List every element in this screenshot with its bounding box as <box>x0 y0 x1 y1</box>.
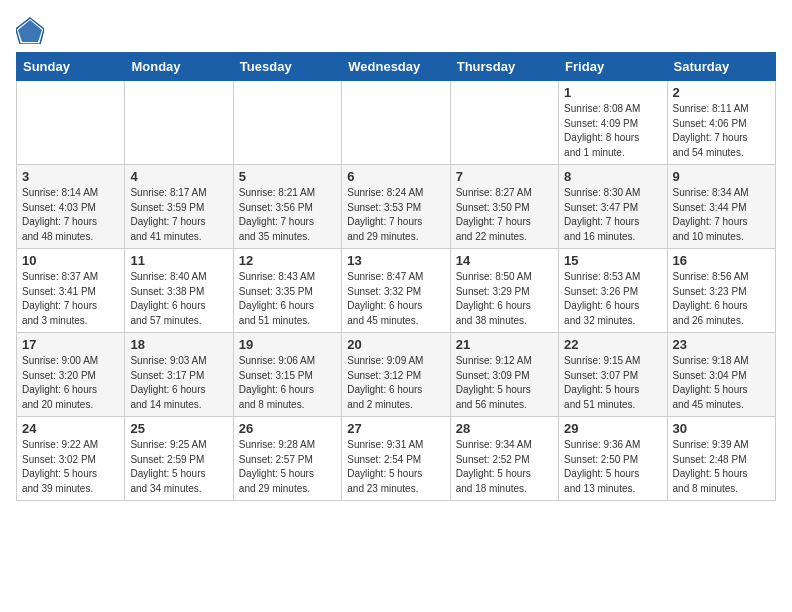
calendar-week-row: 17Sunrise: 9:00 AM Sunset: 3:20 PM Dayli… <box>17 333 776 417</box>
day-info: Sunrise: 9:09 AM Sunset: 3:12 PM Dayligh… <box>347 354 444 412</box>
day-number: 11 <box>130 253 227 268</box>
calendar-cell: 27Sunrise: 9:31 AM Sunset: 2:54 PM Dayli… <box>342 417 450 501</box>
calendar-cell: 14Sunrise: 8:50 AM Sunset: 3:29 PM Dayli… <box>450 249 558 333</box>
logo <box>16 16 48 44</box>
day-info: Sunrise: 9:39 AM Sunset: 2:48 PM Dayligh… <box>673 438 770 496</box>
day-number: 24 <box>22 421 119 436</box>
day-number: 13 <box>347 253 444 268</box>
calendar-cell: 29Sunrise: 9:36 AM Sunset: 2:50 PM Dayli… <box>559 417 667 501</box>
day-number: 12 <box>239 253 336 268</box>
calendar-cell: 10Sunrise: 8:37 AM Sunset: 3:41 PM Dayli… <box>17 249 125 333</box>
weekday-header: Thursday <box>450 53 558 81</box>
day-number: 6 <box>347 169 444 184</box>
calendar-cell: 21Sunrise: 9:12 AM Sunset: 3:09 PM Dayli… <box>450 333 558 417</box>
calendar-cell <box>125 81 233 165</box>
day-number: 3 <box>22 169 119 184</box>
day-info: Sunrise: 8:21 AM Sunset: 3:56 PM Dayligh… <box>239 186 336 244</box>
day-info: Sunrise: 8:37 AM Sunset: 3:41 PM Dayligh… <box>22 270 119 328</box>
day-number: 21 <box>456 337 553 352</box>
day-number: 26 <box>239 421 336 436</box>
calendar-cell: 5Sunrise: 8:21 AM Sunset: 3:56 PM Daylig… <box>233 165 341 249</box>
day-number: 2 <box>673 85 770 100</box>
weekday-header: Saturday <box>667 53 775 81</box>
day-info: Sunrise: 9:25 AM Sunset: 2:59 PM Dayligh… <box>130 438 227 496</box>
day-info: Sunrise: 8:34 AM Sunset: 3:44 PM Dayligh… <box>673 186 770 244</box>
calendar-cell: 19Sunrise: 9:06 AM Sunset: 3:15 PM Dayli… <box>233 333 341 417</box>
day-number: 30 <box>673 421 770 436</box>
calendar-cell: 7Sunrise: 8:27 AM Sunset: 3:50 PM Daylig… <box>450 165 558 249</box>
day-number: 10 <box>22 253 119 268</box>
day-info: Sunrise: 9:22 AM Sunset: 3:02 PM Dayligh… <box>22 438 119 496</box>
day-number: 4 <box>130 169 227 184</box>
day-info: Sunrise: 9:00 AM Sunset: 3:20 PM Dayligh… <box>22 354 119 412</box>
day-number: 15 <box>564 253 661 268</box>
day-number: 5 <box>239 169 336 184</box>
day-number: 14 <box>456 253 553 268</box>
calendar-cell: 17Sunrise: 9:00 AM Sunset: 3:20 PM Dayli… <box>17 333 125 417</box>
day-number: 7 <box>456 169 553 184</box>
logo-icon <box>16 16 44 44</box>
day-number: 22 <box>564 337 661 352</box>
day-number: 8 <box>564 169 661 184</box>
day-info: Sunrise: 9:28 AM Sunset: 2:57 PM Dayligh… <box>239 438 336 496</box>
day-number: 20 <box>347 337 444 352</box>
calendar-cell: 1Sunrise: 8:08 AM Sunset: 4:09 PM Daylig… <box>559 81 667 165</box>
day-info: Sunrise: 9:18 AM Sunset: 3:04 PM Dayligh… <box>673 354 770 412</box>
calendar-cell: 30Sunrise: 9:39 AM Sunset: 2:48 PM Dayli… <box>667 417 775 501</box>
svg-marker-0 <box>18 20 42 42</box>
day-number: 18 <box>130 337 227 352</box>
calendar-cell: 6Sunrise: 8:24 AM Sunset: 3:53 PM Daylig… <box>342 165 450 249</box>
day-info: Sunrise: 8:08 AM Sunset: 4:09 PM Dayligh… <box>564 102 661 160</box>
weekday-header: Sunday <box>17 53 125 81</box>
day-info: Sunrise: 8:50 AM Sunset: 3:29 PM Dayligh… <box>456 270 553 328</box>
day-info: Sunrise: 8:30 AM Sunset: 3:47 PM Dayligh… <box>564 186 661 244</box>
calendar-cell: 8Sunrise: 8:30 AM Sunset: 3:47 PM Daylig… <box>559 165 667 249</box>
day-info: Sunrise: 8:14 AM Sunset: 4:03 PM Dayligh… <box>22 186 119 244</box>
calendar-cell: 16Sunrise: 8:56 AM Sunset: 3:23 PM Dayli… <box>667 249 775 333</box>
calendar-cell: 24Sunrise: 9:22 AM Sunset: 3:02 PM Dayli… <box>17 417 125 501</box>
weekday-header-row: SundayMondayTuesdayWednesdayThursdayFrid… <box>17 53 776 81</box>
day-info: Sunrise: 9:12 AM Sunset: 3:09 PM Dayligh… <box>456 354 553 412</box>
day-number: 29 <box>564 421 661 436</box>
day-number: 9 <box>673 169 770 184</box>
calendar-cell <box>17 81 125 165</box>
day-info: Sunrise: 9:34 AM Sunset: 2:52 PM Dayligh… <box>456 438 553 496</box>
header <box>16 16 776 44</box>
weekday-header: Tuesday <box>233 53 341 81</box>
calendar-cell: 3Sunrise: 8:14 AM Sunset: 4:03 PM Daylig… <box>17 165 125 249</box>
calendar-table: SundayMondayTuesdayWednesdayThursdayFrid… <box>16 52 776 501</box>
day-info: Sunrise: 8:17 AM Sunset: 3:59 PM Dayligh… <box>130 186 227 244</box>
day-info: Sunrise: 8:56 AM Sunset: 3:23 PM Dayligh… <box>673 270 770 328</box>
calendar-week-row: 1Sunrise: 8:08 AM Sunset: 4:09 PM Daylig… <box>17 81 776 165</box>
calendar-cell: 13Sunrise: 8:47 AM Sunset: 3:32 PM Dayli… <box>342 249 450 333</box>
calendar-cell: 4Sunrise: 8:17 AM Sunset: 3:59 PM Daylig… <box>125 165 233 249</box>
weekday-header: Wednesday <box>342 53 450 81</box>
calendar-cell: 22Sunrise: 9:15 AM Sunset: 3:07 PM Dayli… <box>559 333 667 417</box>
day-number: 17 <box>22 337 119 352</box>
calendar-cell: 15Sunrise: 8:53 AM Sunset: 3:26 PM Dayli… <box>559 249 667 333</box>
calendar-cell: 20Sunrise: 9:09 AM Sunset: 3:12 PM Dayli… <box>342 333 450 417</box>
calendar-week-row: 24Sunrise: 9:22 AM Sunset: 3:02 PM Dayli… <box>17 417 776 501</box>
day-info: Sunrise: 8:53 AM Sunset: 3:26 PM Dayligh… <box>564 270 661 328</box>
day-number: 16 <box>673 253 770 268</box>
day-info: Sunrise: 9:36 AM Sunset: 2:50 PM Dayligh… <box>564 438 661 496</box>
calendar-cell: 2Sunrise: 8:11 AM Sunset: 4:06 PM Daylig… <box>667 81 775 165</box>
calendar-cell <box>450 81 558 165</box>
weekday-header: Friday <box>559 53 667 81</box>
weekday-header: Monday <box>125 53 233 81</box>
calendar-cell <box>233 81 341 165</box>
day-info: Sunrise: 9:06 AM Sunset: 3:15 PM Dayligh… <box>239 354 336 412</box>
day-info: Sunrise: 9:15 AM Sunset: 3:07 PM Dayligh… <box>564 354 661 412</box>
calendar-cell: 25Sunrise: 9:25 AM Sunset: 2:59 PM Dayli… <box>125 417 233 501</box>
day-info: Sunrise: 8:47 AM Sunset: 3:32 PM Dayligh… <box>347 270 444 328</box>
day-info: Sunrise: 8:40 AM Sunset: 3:38 PM Dayligh… <box>130 270 227 328</box>
calendar-cell: 28Sunrise: 9:34 AM Sunset: 2:52 PM Dayli… <box>450 417 558 501</box>
day-info: Sunrise: 8:43 AM Sunset: 3:35 PM Dayligh… <box>239 270 336 328</box>
day-info: Sunrise: 8:11 AM Sunset: 4:06 PM Dayligh… <box>673 102 770 160</box>
calendar-cell: 18Sunrise: 9:03 AM Sunset: 3:17 PM Dayli… <box>125 333 233 417</box>
calendar-cell: 23Sunrise: 9:18 AM Sunset: 3:04 PM Dayli… <box>667 333 775 417</box>
day-number: 1 <box>564 85 661 100</box>
calendar-week-row: 10Sunrise: 8:37 AM Sunset: 3:41 PM Dayli… <box>17 249 776 333</box>
day-number: 27 <box>347 421 444 436</box>
calendar-cell <box>342 81 450 165</box>
